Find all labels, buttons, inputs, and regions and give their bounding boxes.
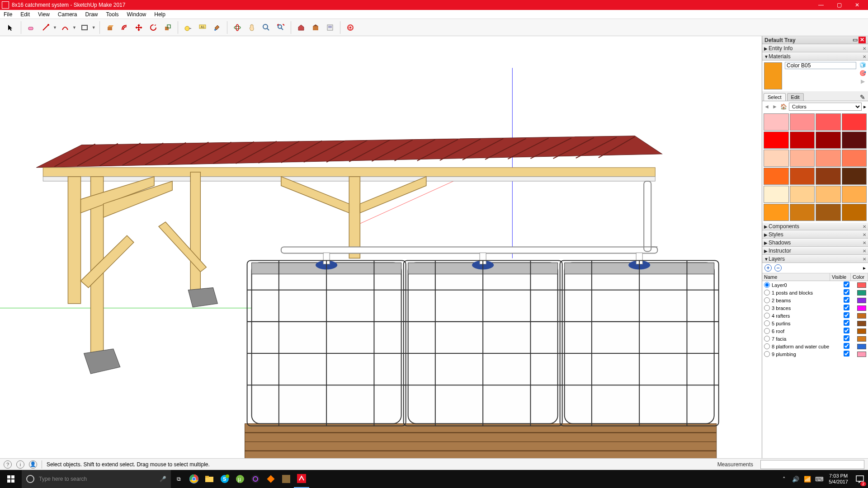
- material-swatch[interactable]: [842, 113, 867, 131]
- layer-row[interactable]: 9 plumbing: [762, 350, 868, 358]
- panel-close-icon[interactable]: ✕: [863, 257, 866, 262]
- components-header[interactable]: ▶Components✕: [762, 222, 868, 230]
- extension-tool[interactable]: [344, 21, 357, 34]
- material-swatch[interactable]: [790, 150, 815, 167]
- material-name-field[interactable]: [785, 62, 856, 69]
- layer-color-swatch[interactable]: [857, 298, 866, 303]
- arc-tool[interactable]: [59, 21, 71, 34]
- layer-visible-checkbox[interactable]: [837, 343, 855, 350]
- taskbar-app-purple[interactable]: [248, 470, 263, 488]
- line-tool[interactable]: [39, 21, 52, 34]
- pushpull-tool[interactable]: [104, 21, 116, 34]
- material-swatch[interactable]: [790, 168, 815, 185]
- layer-row[interactable]: 4 rafters: [762, 312, 868, 319]
- nav-fwd-icon[interactable]: ►: [772, 103, 778, 110]
- layer-visible-checkbox[interactable]: [837, 297, 855, 304]
- layer-visible-checkbox[interactable]: [837, 312, 855, 319]
- help-icon[interactable]: ?: [4, 460, 12, 469]
- panel-close-icon[interactable]: ✕: [863, 240, 866, 245]
- material-swatch[interactable]: [816, 186, 841, 203]
- taskbar-search[interactable]: Type here to search 🎤: [22, 470, 171, 488]
- panel-close-icon[interactable]: ✕: [863, 232, 866, 237]
- layer-visible-checkbox[interactable]: [837, 351, 855, 357]
- tab-edit[interactable]: Edit: [787, 93, 804, 101]
- start-button[interactable]: [0, 470, 22, 488]
- entity-info-header[interactable]: ▶Entity Info✕: [762, 44, 868, 52]
- taskbar-explorer[interactable]: [202, 470, 217, 488]
- material-swatch[interactable]: [816, 113, 841, 131]
- close-button[interactable]: ✕: [848, 0, 866, 10]
- material-swatch[interactable]: [816, 150, 841, 167]
- material-swatch[interactable]: [816, 204, 841, 221]
- layer-radio[interactable]: [764, 290, 770, 296]
- nav-back-icon[interactable]: ◄: [764, 103, 770, 110]
- layer-radio[interactable]: [764, 320, 770, 326]
- taskbar-sketchup[interactable]: [294, 470, 309, 488]
- panel-close-icon[interactable]: ✕: [863, 54, 866, 59]
- material-swatch[interactable]: [842, 150, 867, 167]
- layer-color-swatch[interactable]: [857, 290, 866, 296]
- text-tool[interactable]: A1: [196, 21, 209, 34]
- user-icon[interactable]: 👤: [29, 460, 37, 469]
- taskbar-app-brown[interactable]: [278, 470, 294, 488]
- layer-visible-checkbox[interactable]: [837, 328, 855, 334]
- minimize-button[interactable]: —: [812, 0, 830, 10]
- layer-row[interactable]: 1 posts and blocks: [762, 289, 868, 296]
- layer-color-swatch[interactable]: [857, 352, 866, 357]
- col-visible[interactable]: Visible: [830, 273, 851, 281]
- material-swatch[interactable]: [842, 168, 867, 185]
- tape-tool[interactable]: [182, 21, 194, 34]
- material-swatch[interactable]: [764, 204, 789, 221]
- layer-radio[interactable]: [764, 343, 770, 349]
- layer-color-swatch[interactable]: [857, 313, 866, 319]
- tray-close-icon[interactable]: ✕: [859, 37, 866, 43]
- info-icon[interactable]: i: [16, 460, 24, 469]
- material-swatch[interactable]: [764, 131, 789, 149]
- menu-help[interactable]: Help: [153, 11, 166, 18]
- eraser-tool[interactable]: [25, 21, 38, 34]
- arrow-icon[interactable]: ▶: [858, 78, 867, 85]
- layer-visible-checkbox[interactable]: [837, 305, 855, 311]
- zoom-tool[interactable]: [260, 21, 273, 34]
- layer-row[interactable]: 7 facia: [762, 335, 868, 343]
- layer-row[interactable]: 8 platform and water cube: [762, 343, 868, 350]
- home-icon[interactable]: 🏠: [780, 103, 787, 110]
- instructor-header[interactable]: ▶Instructor✕: [762, 247, 868, 255]
- material-swatch[interactable]: [842, 204, 867, 221]
- panel-close-icon[interactable]: ✕: [863, 46, 866, 51]
- layer-color-swatch[interactable]: [857, 305, 866, 311]
- mic-icon[interactable]: 🎤: [160, 476, 166, 482]
- layer-radio[interactable]: [764, 313, 770, 319]
- col-name[interactable]: Name: [762, 273, 830, 281]
- layers-header[interactable]: ▼Layers✕: [762, 255, 868, 263]
- taskbar-chrome[interactable]: [186, 470, 202, 488]
- material-swatch[interactable]: [842, 131, 867, 149]
- tray-volume-icon[interactable]: 🔊: [790, 476, 802, 483]
- move-tool[interactable]: [132, 21, 145, 34]
- material-swatch[interactable]: [816, 168, 841, 185]
- menu-file[interactable]: File: [3, 11, 13, 18]
- layer-radio[interactable]: [764, 297, 770, 303]
- model-viewport[interactable]: [0, 36, 762, 458]
- tray-pin-icon[interactable]: ▭: [853, 37, 858, 43]
- default-material-icon[interactable]: 🎯: [858, 70, 867, 77]
- menu-draw[interactable]: Draw: [85, 11, 99, 18]
- warehouse-tool[interactable]: [295, 21, 307, 34]
- layer-visible-checkbox[interactable]: [837, 282, 855, 288]
- layout-tool[interactable]: [324, 21, 336, 34]
- layer-visible-checkbox[interactable]: [837, 289, 855, 296]
- layer-row[interactable]: 6 roof: [762, 327, 868, 335]
- material-swatch[interactable]: [764, 186, 789, 203]
- select-tool[interactable]: [5, 21, 17, 34]
- tray-header[interactable]: Default Tray ▭ ✕: [762, 36, 868, 44]
- material-swatch[interactable]: [790, 131, 815, 149]
- orbit-tool[interactable]: [231, 21, 244, 34]
- tray-input-icon[interactable]: ⌨: [813, 476, 825, 483]
- material-swatch[interactable]: [764, 113, 789, 131]
- offset-tool[interactable]: [118, 21, 131, 34]
- layer-row[interactable]: 5 purlins: [762, 319, 868, 327]
- material-swatch[interactable]: [816, 131, 841, 149]
- col-color[interactable]: Color: [851, 273, 868, 281]
- taskbar-skype[interactable]: S: [217, 470, 232, 488]
- zoom-extents-tool[interactable]: [274, 21, 287, 34]
